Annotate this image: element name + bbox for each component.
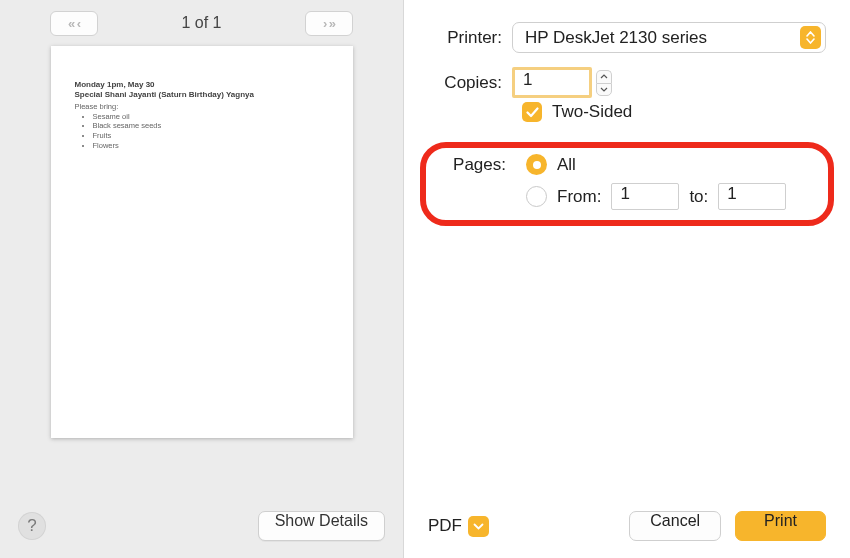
pages-row-range: From: 1 to: 1 bbox=[434, 183, 818, 210]
pages-range-radio[interactable] bbox=[526, 186, 547, 207]
two-sided-label: Two-Sided bbox=[552, 102, 632, 122]
pdf-menu[interactable]: PDF bbox=[428, 516, 489, 537]
chevron-down-icon bbox=[468, 516, 489, 537]
stepper-down-icon[interactable] bbox=[596, 83, 612, 96]
doc-list-item: Fruits bbox=[93, 131, 329, 141]
stepper-up-icon[interactable] bbox=[596, 70, 612, 83]
cancel-button[interactable]: Cancel bbox=[629, 511, 721, 541]
page-preview: Monday 1pm, May 30 Special Shani Jayanti… bbox=[51, 46, 353, 438]
copies-row: Copies: 1 bbox=[428, 67, 826, 98]
preview-header: « ‹ 1 of 1 › » bbox=[0, 0, 403, 42]
pages-label: Pages: bbox=[434, 155, 516, 175]
pages-all-radio[interactable] bbox=[526, 154, 547, 175]
prev-page-button[interactable]: « ‹ bbox=[50, 11, 98, 36]
doc-list-item: Sesame oil bbox=[93, 112, 329, 122]
settings-panel: Printer: HP DeskJet 2130 series Copies: … bbox=[404, 0, 850, 558]
two-sided-checkbox[interactable] bbox=[522, 102, 542, 122]
copies-label: Copies: bbox=[428, 73, 512, 93]
copies-stepper[interactable] bbox=[596, 70, 612, 96]
printer-select[interactable]: HP DeskJet 2130 series bbox=[512, 22, 826, 53]
printer-label: Printer: bbox=[428, 28, 512, 48]
doc-line1: Monday 1pm, May 30 bbox=[75, 80, 329, 90]
updown-icon bbox=[800, 26, 821, 49]
print-dialog: « ‹ 1 of 1 › » Monday 1pm, May 30 Specia… bbox=[0, 0, 850, 558]
doc-list-item: Flowers bbox=[93, 141, 329, 151]
printer-row: Printer: HP DeskJet 2130 series bbox=[428, 22, 826, 53]
pages-row-all: Pages: All bbox=[434, 154, 818, 175]
pages-highlight-ring: Pages: All From: 1 to: 1 bbox=[420, 142, 834, 226]
pages-to-input[interactable]: 1 bbox=[718, 183, 786, 210]
doc-line2: Special Shani Jayanti (Saturn Birthday) … bbox=[75, 90, 329, 100]
settings-footer: PDF Cancel Print bbox=[404, 494, 850, 558]
pages-to-label: to: bbox=[689, 187, 708, 207]
pages-from-label: From: bbox=[557, 187, 601, 207]
preview-footer: ? Show Details bbox=[0, 494, 403, 558]
page-counter: 1 of 1 bbox=[181, 14, 221, 32]
pages-all-label: All bbox=[557, 155, 576, 175]
pdf-label: PDF bbox=[428, 516, 462, 536]
help-button[interactable]: ? bbox=[18, 512, 46, 540]
copies-input[interactable]: 1 bbox=[512, 67, 592, 98]
page-preview-wrap: Monday 1pm, May 30 Special Shani Jayanti… bbox=[0, 42, 403, 558]
preview-panel: « ‹ 1 of 1 › » Monday 1pm, May 30 Specia… bbox=[0, 0, 404, 558]
doc-list: Sesame oil Black sesame seeds Fruits Flo… bbox=[83, 112, 329, 151]
pages-from-input[interactable]: 1 bbox=[611, 183, 679, 210]
show-details-button[interactable]: Show Details bbox=[258, 511, 385, 541]
doc-line3: Please bring: bbox=[75, 102, 329, 112]
print-button[interactable]: Print bbox=[735, 511, 826, 541]
printer-value: HP DeskJet 2130 series bbox=[525, 28, 707, 48]
next-page-button[interactable]: › » bbox=[305, 11, 353, 36]
doc-list-item: Black sesame seeds bbox=[93, 121, 329, 131]
two-sided-row: Two-Sided bbox=[522, 102, 826, 122]
